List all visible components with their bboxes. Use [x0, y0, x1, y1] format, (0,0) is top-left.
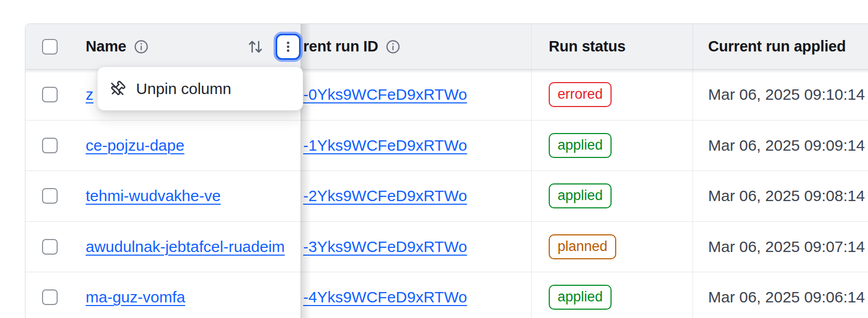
header-current-run-applied-cell: Current run applied — [693, 24, 868, 70]
table-row-checkbox-cell — [25, 272, 74, 318]
table-row-name-cell: ce-pojzu-dape — [74, 121, 301, 171]
table-row-name-cell: tehmi-wudvakhe-ve — [74, 171, 301, 222]
table-row-status-cell: applied — [531, 272, 693, 318]
table-row-checkbox-cell — [25, 121, 74, 171]
run-id-link[interactable]: -0Yks9WCFeD9xRTWo — [303, 86, 467, 103]
column-header-name: Name — [86, 38, 126, 55]
kebab-menu-icon — [281, 40, 295, 54]
table-row-checkbox-cell — [25, 70, 74, 121]
info-icon[interactable] — [385, 39, 401, 55]
info-icon[interactable] — [133, 39, 149, 55]
status-badge: applied — [549, 133, 612, 158]
table-row-status-cell: planned — [531, 222, 693, 273]
run-id-link[interactable]: -3Yks9WCFeD9xRTWo — [303, 238, 467, 256]
table-row-run-id-cell: -3Yks9WCFeD9xRTWo — [301, 222, 531, 273]
table-row-name-cell: awudulnak-jebtafcel-ruadeim — [74, 222, 301, 273]
table-row-applied-cell: Mar 06, 2025 09:07:14 — [693, 222, 868, 273]
column-menu-button[interactable] — [276, 34, 301, 60]
column-header-run-status: Run status — [549, 38, 626, 55]
row-checkbox[interactable] — [42, 239, 58, 255]
table-row-run-id-cell: -2Yks9WCFeD9xRTWo — [301, 171, 531, 222]
run-applied-timestamp: Mar 06, 2025 09:08:14 — [708, 187, 865, 205]
header-select-all-cell — [25, 24, 74, 70]
workspace-name-link[interactable]: tehmi-wudvakhe-ve — [86, 187, 221, 205]
table-row-run-id-cell: -4Yks9WCFeD9xRTWo — [301, 272, 531, 318]
header-name-cell: Name — [74, 24, 301, 70]
column-menu-dropdown: Unpin column — [97, 67, 303, 111]
row-checkbox[interactable] — [42, 87, 58, 102]
status-badge: errored — [549, 82, 612, 107]
select-all-checkbox[interactable] — [42, 39, 58, 55]
table-row-run-id-cell: -1Yks9WCFeD9xRTWo — [301, 121, 531, 171]
workspaces-table-page: Name rent run ID Run status Curre — [0, 0, 868, 318]
table-row-checkbox-cell — [25, 222, 74, 273]
table-row-checkbox-cell — [25, 171, 74, 222]
table-row-applied-cell: Mar 06, 2025 09:09:14 — [693, 121, 868, 171]
pin-off-icon — [109, 81, 126, 97]
column-header-current-run-applied: Current run applied — [708, 38, 846, 55]
workspace-name-link[interactable]: awudulnak-jebtafcel-ruadeim — [86, 238, 285, 256]
run-id-link[interactable]: -1Yks9WCFeD9xRTWo — [303, 137, 467, 154]
table-row-status-cell: errored — [531, 70, 693, 121]
status-badge: planned — [549, 234, 616, 259]
run-applied-timestamp: Mar 06, 2025 09:06:14 — [708, 288, 865, 306]
table-row-status-cell: applied — [531, 121, 693, 171]
row-checkbox[interactable] — [42, 138, 58, 153]
column-header-current-run-id: rent run ID — [303, 38, 378, 55]
run-applied-timestamp: Mar 06, 2025 09:09:14 — [708, 137, 865, 154]
status-badge: applied — [549, 183, 612, 208]
header-run-status-cell: Run status — [531, 24, 693, 70]
status-badge: applied — [549, 285, 612, 310]
table-row-status-cell: applied — [531, 171, 693, 222]
workspace-name-link[interactable]: ce-pojzu-dape — [86, 137, 184, 154]
table-row-applied-cell: Mar 06, 2025 09:08:14 — [693, 171, 868, 222]
table-row-run-id-cell: -0Yks9WCFeD9xRTWo — [301, 70, 531, 121]
table-row-applied-cell: Mar 06, 2025 09:06:14 — [693, 272, 868, 318]
table-row-applied-cell: Mar 06, 2025 09:10:14 a — [693, 70, 868, 121]
run-id-link[interactable]: -4Yks9WCFeD9xRTWo — [303, 288, 467, 306]
row-checkbox[interactable] — [42, 188, 58, 204]
row-checkbox[interactable] — [42, 289, 58, 305]
sort-icon[interactable] — [248, 39, 263, 55]
table-row-name-cell: ma-guz-vomfa — [74, 272, 301, 318]
menu-item-label: Unpin column — [136, 80, 231, 98]
run-id-link[interactable]: -2Yks9WCFeD9xRTWo — [303, 187, 467, 205]
menu-item-unpin-column[interactable]: Unpin column — [101, 70, 300, 107]
run-applied-timestamp: Mar 06, 2025 09:10:14 a — [708, 86, 868, 103]
header-current-run-id-cell: rent run ID — [301, 24, 531, 70]
workspace-name-link[interactable]: z — [86, 86, 93, 103]
workspace-name-link[interactable]: ma-guz-vomfa — [86, 288, 185, 306]
run-applied-timestamp: Mar 06, 2025 09:07:14 — [708, 238, 865, 256]
